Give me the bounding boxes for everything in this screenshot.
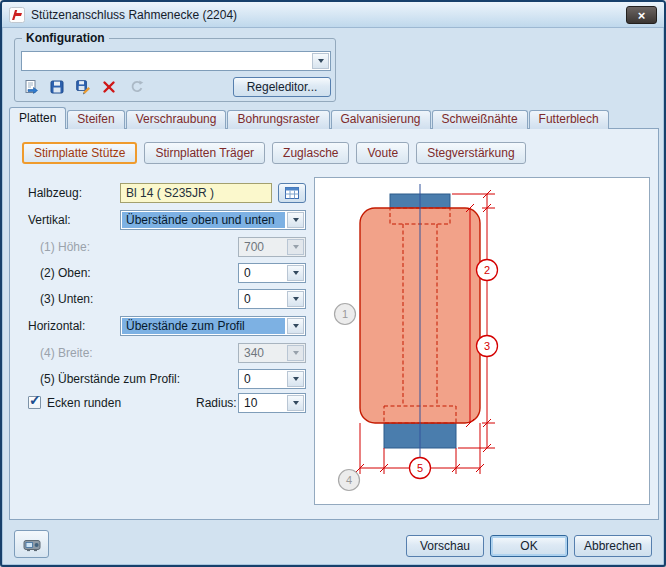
breite-label: (4) Breite:: [40, 343, 93, 363]
hoehe-value: 700: [240, 239, 285, 255]
chip-stirnplatten-traeger[interactable]: Stirnplatten Träger: [144, 142, 265, 164]
chevron-down-icon[interactable]: [287, 371, 304, 387]
marker-4: 4: [339, 470, 360, 491]
breite-select: 340: [238, 343, 306, 363]
save-config-as-icon: [75, 79, 91, 95]
radius-select[interactable]: 10: [238, 393, 306, 413]
profil-ueberstand-label: (5) Überstände zum Profil:: [40, 369, 180, 389]
oben-select[interactable]: 0: [238, 263, 306, 283]
marker-5: 5: [410, 458, 431, 479]
radius-value: 10: [240, 395, 285, 411]
ok-button[interactable]: OK: [490, 535, 568, 557]
konfiguration-group-label: Konfiguration: [22, 31, 109, 45]
titlebar[interactable]: Stützenanschluss Rahmenecke (2204) ×: [2, 2, 664, 28]
tab-futterblech[interactable]: Futterblech: [529, 110, 609, 129]
svg-text:4: 4: [346, 474, 352, 486]
preview-diagram: 1 2 3 4 5: [315, 178, 649, 504]
tab-steifen[interactable]: Steifen: [67, 110, 124, 129]
chevron-down-icon[interactable]: [312, 53, 329, 69]
marker-1: 1: [335, 304, 356, 325]
tab-galvanisierung[interactable]: Galvanisierung: [331, 110, 431, 129]
chip-stirnplatte-stuetze[interactable]: Stirnplatte Stütze: [22, 142, 137, 164]
hoehe-label: (1) Höhe:: [40, 237, 90, 257]
chevron-down-icon: [287, 345, 304, 361]
horizontal-value: Überstände zum Profil: [122, 318, 285, 334]
joint-dialog: Stützenanschluss Rahmenecke (2204) × Kon…: [0, 0, 666, 567]
ecken-runden-label[interactable]: Ecken runden: [47, 393, 121, 413]
chevron-down-icon[interactable]: [287, 265, 304, 281]
halbzeug-field[interactable]: Bl 14 ( S235JR ): [120, 183, 272, 203]
window-title: Stützenanschluss Rahmenecke (2204): [31, 8, 237, 22]
chip-voute[interactable]: Voute: [356, 142, 409, 164]
radius-label: Radius:: [196, 393, 234, 413]
horizontal-label: Horizontal:: [28, 316, 85, 336]
tab-bohrungsraster[interactable]: Bohrungsraster: [227, 110, 329, 129]
chip-zuglasche[interactable]: Zuglasche: [272, 142, 349, 164]
chip-stegverstaerkung[interactable]: Stegverstärkung: [416, 142, 525, 164]
close-icon: ×: [638, 9, 646, 22]
svg-text:3: 3: [484, 340, 490, 352]
refresh-config-icon: [129, 79, 145, 95]
joint-transfer-icon: [22, 536, 42, 552]
vertikal-select[interactable]: Überstände oben und unten: [120, 210, 306, 230]
save-config-icon: [49, 79, 65, 95]
app-icon: [9, 7, 25, 23]
unten-select[interactable]: 0: [238, 289, 306, 309]
plate-selector-row: Stirnplatte Stütze Stirnplatten Träger Z…: [22, 142, 526, 164]
hoehe-select: 700: [238, 237, 306, 257]
tab-schweissnaehte[interactable]: Schweißnähte: [432, 110, 528, 129]
save-config-button[interactable]: [45, 77, 69, 97]
tab-verschraubung[interactable]: Verschraubung: [126, 110, 227, 129]
open-config-icon: [23, 79, 39, 95]
konfiguration-select[interactable]: [21, 51, 331, 71]
preview-panel: 1 2 3 4 5: [314, 177, 650, 505]
profil-ueberstand-value: 0: [240, 371, 285, 387]
vorschau-button[interactable]: Vorschau: [406, 535, 484, 557]
open-config-button[interactable]: [19, 77, 43, 97]
marker-3: 3: [477, 336, 498, 357]
chevron-down-icon[interactable]: [287, 291, 304, 307]
konfiguration-group: Konfiguration: [14, 38, 336, 102]
chevron-down-icon[interactable]: [287, 395, 304, 411]
section-table-button[interactable]: [278, 183, 306, 203]
save-config-as-button[interactable]: [71, 77, 95, 97]
check-icon: ✓: [29, 392, 41, 408]
tab-page-platten: Stirnplatte Stütze Stirnplatten Träger Z…: [9, 128, 659, 520]
footer-tool-button[interactable]: [14, 530, 49, 558]
ecken-runden-checkbox[interactable]: ✓: [28, 396, 41, 409]
horizontal-select[interactable]: Überstände zum Profil: [120, 316, 306, 336]
abbrechen-button[interactable]: Abbrechen: [574, 535, 652, 557]
oben-value: 0: [240, 265, 285, 281]
halbzeug-value: Bl 14 ( S235JR ): [126, 186, 214, 200]
chevron-down-icon[interactable]: [287, 318, 304, 334]
vertikal-label: Vertikal:: [28, 210, 71, 230]
svg-text:5: 5: [417, 462, 423, 474]
halbzeug-label: Halbzeug:: [28, 183, 82, 203]
unten-value: 0: [240, 291, 285, 307]
svg-text:1: 1: [342, 308, 348, 320]
chevron-down-icon: [287, 239, 304, 255]
svg-text:2: 2: [484, 264, 490, 276]
oben-label: (2) Oben:: [40, 263, 91, 283]
unten-label: (3) Unten:: [40, 289, 93, 309]
rule-editor-button[interactable]: Regeleditor...: [233, 77, 331, 97]
konfiguration-select-value: [23, 53, 310, 69]
delete-config-icon: [101, 79, 117, 95]
table-icon: [284, 185, 300, 201]
breite-value: 340: [240, 345, 285, 361]
tab-platten[interactable]: Platten: [9, 107, 66, 129]
profil-ueberstand-select[interactable]: 0: [238, 369, 306, 389]
close-button[interactable]: ×: [626, 6, 657, 24]
delete-config-button[interactable]: [97, 77, 121, 97]
tab-strip: Platten Steifen Verschraubung Bohrungsra…: [9, 107, 610, 129]
chevron-down-icon[interactable]: [287, 212, 304, 228]
marker-2: 2: [477, 260, 498, 281]
vertikal-value: Überstände oben und unten: [122, 212, 285, 228]
refresh-config-button: [125, 77, 149, 97]
